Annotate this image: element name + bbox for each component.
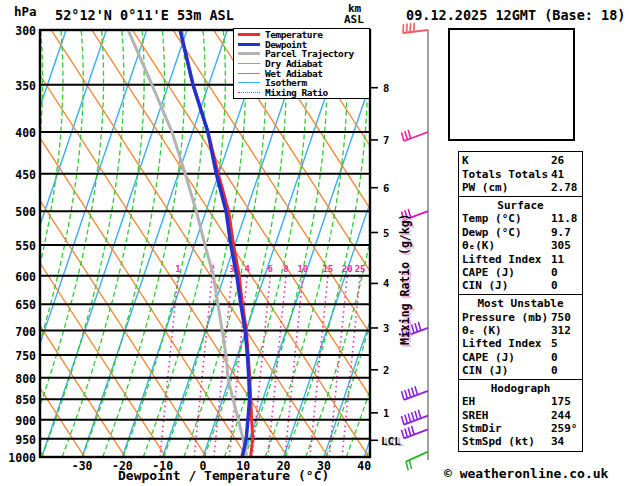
pressure-tick-label: 700 bbox=[8, 325, 36, 339]
info-table-row: Totals Totals41 bbox=[462, 168, 579, 181]
info-table-row: CIN (J)0 bbox=[462, 364, 579, 377]
hodograph-frame bbox=[448, 28, 575, 141]
mixing-ratio-line bbox=[194, 276, 212, 457]
mixing-ratio-line bbox=[310, 276, 328, 457]
wet-adiabat-line bbox=[123, 30, 205, 457]
mixing-ratio-value-label: 6 bbox=[268, 264, 273, 274]
temperature-tick-label: -30 bbox=[72, 459, 93, 473]
credit-footer: © weatheronline.co.uk bbox=[444, 466, 608, 481]
info-table-row-label: CAPE (J) bbox=[462, 266, 551, 279]
info-table-row: CAPE (J)0 bbox=[462, 266, 579, 279]
wind-barb bbox=[401, 130, 428, 141]
datetime-title: 09.12.2025 12GMT (Base: 18) bbox=[406, 7, 625, 23]
wind-barb bbox=[403, 23, 428, 33]
info-table-row: StmSpd (kt)34 bbox=[462, 435, 579, 448]
mixing-ratio-value-label: 20 bbox=[342, 264, 353, 274]
info-table-section-header: Most Unstable bbox=[462, 297, 579, 310]
pressure-tick-label: 450 bbox=[8, 168, 36, 182]
info-table-row-value: 0 bbox=[551, 351, 579, 364]
info-table-row: PW (cm)2.78 bbox=[462, 181, 579, 194]
info-table-row-value: 2.78 bbox=[551, 181, 579, 194]
info-table-row-label: Dewp (°C) bbox=[462, 226, 551, 239]
info-table-row: SREH244 bbox=[462, 409, 579, 422]
info-table-section: Most UnstablePressure (mb)750θₑ (K)312Li… bbox=[458, 294, 583, 380]
legend-item: Mixing Ratio bbox=[238, 88, 369, 98]
info-table-row: θₑ(K)305 bbox=[462, 239, 579, 252]
pressure-tick-label: 650 bbox=[8, 298, 36, 312]
info-table-section-header: Hodograph bbox=[462, 382, 579, 395]
km-tick-label: 7 bbox=[383, 134, 389, 146]
info-table-row-value: 305 bbox=[551, 239, 579, 252]
pressure-tick-label: 500 bbox=[8, 205, 36, 219]
info-table-row-label: SREH bbox=[462, 409, 551, 422]
mixing-ratio-value-label: 1 bbox=[175, 264, 180, 274]
mixing-ratio-line bbox=[229, 276, 247, 457]
km-tick-label: 1 bbox=[383, 407, 389, 419]
info-table-row-label: StmSpd (kt) bbox=[462, 435, 551, 448]
info-table-section: HodographEH175SREH244StmDir259°StmSpd (k… bbox=[458, 379, 583, 452]
info-table-row-label: Temp (°C) bbox=[462, 212, 551, 225]
info-table-row-value: 0 bbox=[551, 279, 579, 292]
pressure-tick-label: 400 bbox=[8, 126, 36, 140]
pressure-tick-label: 300 bbox=[8, 24, 36, 38]
info-table-row-label: K bbox=[462, 154, 551, 167]
mixing-ratio-line bbox=[329, 276, 347, 457]
mixing-ratio-value-label: 25 bbox=[355, 264, 366, 274]
km-tick-label: 4 bbox=[383, 277, 389, 289]
wet-adiabat-line bbox=[42, 30, 124, 457]
info-table-section: K26Totals Totals41PW (cm)2.78 bbox=[458, 151, 583, 197]
legend-line-swatch-icon bbox=[238, 33, 260, 36]
info-table-row-value: 312 bbox=[551, 324, 579, 337]
pressure-tick-label: 1000 bbox=[8, 451, 36, 465]
info-table-row: StmDir259° bbox=[462, 422, 579, 435]
info-table-row-value: 41 bbox=[551, 168, 579, 181]
info-table-row-value: 9.7 bbox=[551, 226, 579, 239]
info-table-row-label: CIN (J) bbox=[462, 364, 551, 377]
info-table-row-label: Pressure (mb) bbox=[462, 311, 551, 324]
station-title: 52°12'N 0°11'E 53m ASL bbox=[55, 7, 234, 23]
info-table-row: Lifted Index11 bbox=[462, 253, 579, 266]
wind-barb bbox=[401, 410, 428, 425]
legend-item-label: Mixing Ratio bbox=[265, 87, 328, 98]
mixing-ratio-lines bbox=[160, 276, 360, 457]
legend-line-swatch-icon bbox=[238, 43, 260, 46]
wind-barb bbox=[406, 452, 428, 471]
info-table-row-value: 5 bbox=[551, 337, 579, 350]
info-table-row-label: EH bbox=[462, 395, 551, 408]
info-table-row-value: 34 bbox=[551, 435, 579, 448]
km-tick-label: 2 bbox=[383, 364, 389, 376]
mixing-ratio-value-label: 15 bbox=[322, 264, 333, 274]
pressure-tick-label: 900 bbox=[8, 414, 36, 428]
info-table-row-value: 0 bbox=[551, 266, 579, 279]
info-table-row: Lifted Index5 bbox=[462, 337, 579, 350]
legend-line-swatch-icon bbox=[238, 92, 260, 93]
mixing-ratio-value-label: 10 bbox=[297, 264, 308, 274]
wet-adiabat-line bbox=[0, 30, 2, 457]
pressure-tick-label: 600 bbox=[8, 270, 36, 284]
info-table-row-label: CAPE (J) bbox=[462, 351, 551, 364]
pressure-unit-label: hPa bbox=[14, 4, 37, 19]
info-table-row-label: PW (cm) bbox=[462, 181, 551, 194]
info-table-row-value: 26 bbox=[551, 154, 579, 167]
info-table-section-header: Surface bbox=[462, 199, 579, 212]
info-table-row-label: θₑ(K) bbox=[462, 239, 551, 252]
pressure-tick-label: 750 bbox=[8, 349, 36, 363]
wind-barb bbox=[401, 386, 428, 400]
pressure-tick-label: 850 bbox=[8, 393, 36, 407]
km-tick-label: 5 bbox=[383, 227, 389, 239]
asl-unit-label: ASL bbox=[344, 14, 364, 25]
info-table-row: Pressure (mb)750 bbox=[462, 311, 579, 324]
info-table-row-label: θₑ (K) bbox=[462, 324, 551, 337]
info-table-row-label: CIN (J) bbox=[462, 279, 551, 292]
info-table-row: CIN (J)0 bbox=[462, 279, 579, 292]
mixing-ratio-value-label: 4 bbox=[245, 264, 251, 274]
legend-line-swatch-icon bbox=[238, 82, 260, 83]
pressure-tick-label: 550 bbox=[8, 239, 36, 253]
skewt-sounding-page: 12346810152025102030kt hPa 52°12'N 0°11'… bbox=[0, 0, 629, 486]
info-table-row-label: Lifted Index bbox=[462, 253, 551, 266]
mixing-ratio-value-label: 8 bbox=[283, 264, 288, 274]
pressure-tick-label: 950 bbox=[8, 433, 36, 447]
info-table-row: θₑ (K)312 bbox=[462, 324, 579, 337]
info-table-row-label: StmDir bbox=[462, 422, 551, 435]
info-table-row-value: 11 bbox=[551, 253, 579, 266]
